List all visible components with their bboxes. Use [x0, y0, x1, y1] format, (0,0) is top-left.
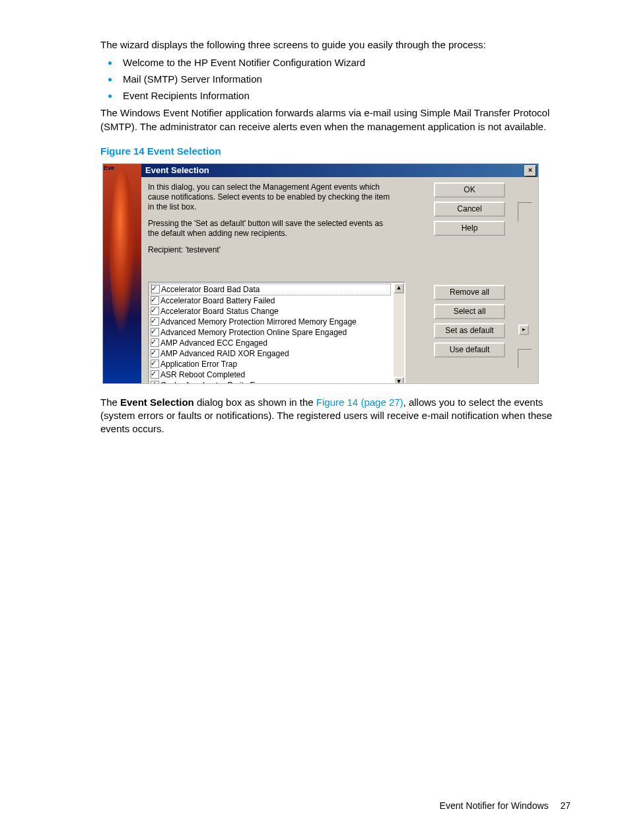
dialog-info-text: In this dialog, you can select the Manag… [148, 182, 392, 255]
dialog-titlebar: Event Selection × [141, 164, 538, 177]
checkbox-icon[interactable] [151, 317, 159, 326]
list-item: Mail (SMTP) Server Information [119, 73, 571, 85]
figure-crossref-link[interactable]: Figure 14 (page 27) [316, 397, 403, 408]
checkbox-icon[interactable] [151, 285, 160, 293]
set-as-default-button[interactable]: Set as default [434, 323, 505, 338]
scrollbar-up-button[interactable]: ▲ [394, 283, 404, 293]
list-button-group: Remove all Select all Set as default Use… [434, 285, 507, 362]
checkbox-icon[interactable] [151, 307, 159, 315]
taskbar-icon: Eve [104, 165, 125, 174]
checkbox-icon[interactable] [151, 370, 159, 379]
figure-caption: Figure 14 Event Selection [100, 145, 571, 157]
use-default-button[interactable]: Use default [434, 342, 505, 358]
dialog-title: Event Selection [145, 165, 209, 175]
text: The [100, 397, 120, 408]
checkbox-icon[interactable] [151, 360, 159, 368]
checkbox-icon[interactable] [151, 349, 159, 358]
cancel-button[interactable]: Cancel [434, 202, 505, 217]
list-item: Event Recipients Information [119, 90, 571, 101]
after-figure-paragraph: The Event Selection dialog box as shown … [100, 396, 571, 436]
remove-all-button[interactable]: Remove all [434, 285, 505, 300]
right-edge-decoration-2 [518, 349, 532, 368]
list-item[interactable]: Accelerator Board Status Change [151, 306, 403, 317]
list-item[interactable]: Cache Accelerator Parity Error [151, 380, 403, 384]
checkbox-icon[interactable] [151, 338, 159, 347]
smtp-paragraph: The Windows Event Notifier application f… [100, 106, 571, 134]
intro-paragraph: The wizard displays the following three … [100, 38, 571, 52]
close-button[interactable]: × [524, 165, 536, 176]
list-item[interactable]: AMP Advanced RAID XOR Engaged [151, 348, 403, 359]
list-item[interactable]: Accelerator Board Battery Failed [151, 295, 403, 306]
text: dialog box as shown in the [194, 397, 316, 408]
dialog-body: In this dialog, you can select the Manag… [141, 177, 538, 383]
list-item[interactable]: Advanced Memory Protection Online Spare … [151, 327, 403, 338]
background-strip [103, 164, 143, 383]
page-footer: Event Notifier for Windows 27 [440, 800, 571, 811]
checkbox-icon[interactable] [151, 381, 159, 384]
list-item[interactable]: Application Error Trap [151, 359, 403, 369]
side-scroll-right[interactable]: ▸ [518, 325, 529, 335]
list-item[interactable]: Advanced Memory Protection Mirrored Memo… [151, 317, 403, 327]
right-edge-decoration [518, 202, 532, 221]
scrollbar-down-button[interactable]: ▼ [394, 377, 404, 384]
page-number: 27 [560, 800, 571, 811]
checkbox-icon[interactable] [151, 296, 159, 305]
top-button-group: OK Cancel Help [434, 182, 507, 240]
list-item[interactable]: ASR Reboot Completed [151, 369, 403, 380]
checkbox-icon[interactable] [151, 328, 159, 336]
info-line-1: In this dialog, you can select the Manag… [148, 182, 392, 212]
ok-button[interactable]: OK [434, 182, 505, 198]
event-listbox[interactable]: ▲ ▼ Accelerator Board Bad Data Accelerat… [148, 282, 405, 384]
figure-screenshot: Eve Event Selection × In this dialog, yo… [102, 163, 539, 384]
recipient-line: Recipient: 'testevent' [148, 245, 392, 255]
bold-term: Event Selection [120, 397, 194, 408]
list-inner: Accelerator Board Bad Data Accelerator B… [149, 283, 404, 384]
scrollbar-track[interactable] [394, 293, 404, 377]
info-line-2: Pressing the 'Set as default' button wil… [148, 219, 392, 239]
list-item[interactable]: Accelerator Board Bad Data [151, 284, 391, 295]
footer-title: Event Notifier for Windows [440, 800, 549, 811]
list-item[interactable]: AMP Advanced ECC Engaged [151, 338, 403, 348]
list-item: Welcome to the HP Event Notifier Configu… [119, 57, 571, 68]
wizard-screens-list: Welcome to the HP Event Notifier Configu… [100, 57, 571, 101]
select-all-button[interactable]: Select all [434, 304, 505, 319]
help-button[interactable]: Help [434, 221, 505, 236]
